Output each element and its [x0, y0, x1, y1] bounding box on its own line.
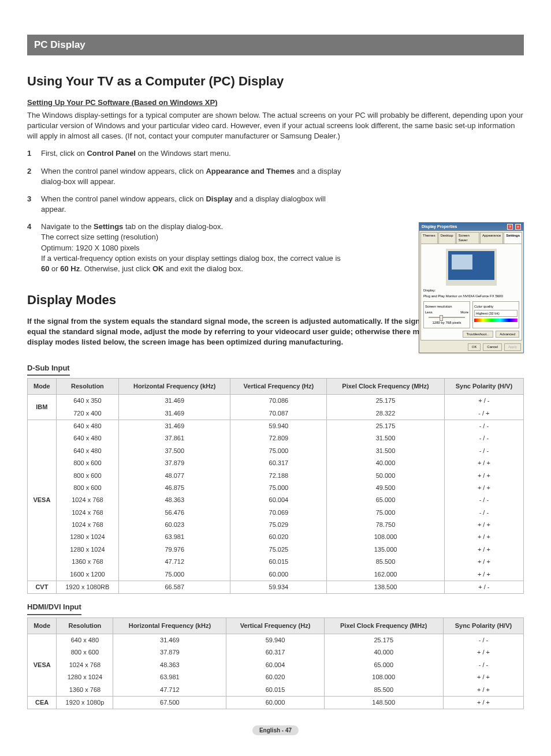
- resolution-label: Screen resolution: [425, 304, 468, 309]
- col-header: Horizontal Frequency (kHz): [119, 378, 230, 394]
- cell: 800 x 600: [56, 470, 118, 482]
- slider-less-label: Less: [425, 310, 433, 315]
- mode-cell: CVT: [28, 581, 57, 594]
- step-text: First, click on Control Panel on the Win…: [41, 148, 351, 159]
- cell: + / +: [444, 531, 523, 543]
- cell: 47.712: [119, 556, 230, 568]
- apply-button[interactable]: Apply: [504, 343, 521, 350]
- cell: 640 x 480: [56, 420, 118, 432]
- tab-settings[interactable]: Settings: [504, 232, 522, 244]
- cell: - / +: [444, 407, 523, 420]
- col-header: Mode: [28, 617, 57, 634]
- cell: 640 x 480: [56, 445, 118, 457]
- cell: 60.317: [226, 646, 324, 658]
- cell: 63.981: [119, 531, 230, 543]
- cell: 70.069: [230, 507, 327, 519]
- col-header: Mode: [28, 378, 57, 394]
- mode-cell: VESA: [28, 420, 57, 581]
- advanced-button[interactable]: Advanced: [496, 331, 519, 338]
- cell: 31.500: [327, 432, 445, 444]
- dsub-table: ModeResolutionHorizontal Frequency (kHz)…: [27, 378, 524, 594]
- ok-button[interactable]: OK: [468, 343, 481, 350]
- step: 2When the control panel window appears, …: [27, 166, 351, 187]
- cell: 56.476: [119, 507, 230, 519]
- cell: 75.000: [119, 568, 230, 581]
- cell: 37.879: [113, 646, 226, 658]
- cell: 67.500: [113, 696, 226, 709]
- table-row: 1280 x 102479.97675.025135.000+ / +: [28, 544, 524, 556]
- col-header: Sync Polarity (H/V): [443, 617, 523, 634]
- cell: 1024 x 768: [56, 507, 118, 519]
- cell: + / -: [444, 581, 523, 594]
- cell: 40.000: [324, 646, 443, 658]
- table-row: 1024 x 76848.36360.00465.000- / -: [28, 494, 524, 506]
- cell: 75.025: [230, 544, 327, 556]
- table-row: 800 x 60037.87960.31740.000+ / +: [28, 646, 524, 658]
- cell: 60.000: [226, 696, 324, 709]
- table-row: 720 x 40031.46970.08728.322- / +: [28, 407, 524, 420]
- table-row: 1360 x 76847.71260.01585.500+ / +: [28, 684, 524, 697]
- dialog-title: Display Properties: [422, 224, 457, 230]
- cell: 60.020: [230, 531, 327, 543]
- table-row: 1280 x 102463.98160.020108.000+ / +: [28, 531, 524, 543]
- cell: 1920 x 1080p: [57, 696, 113, 709]
- mode-cell: CEA: [28, 696, 57, 709]
- troubleshoot-button[interactable]: Troubleshoot...: [463, 331, 494, 338]
- cell: 75.000: [230, 482, 327, 494]
- color-quality-select[interactable]: Highest (32 bit): [474, 310, 518, 317]
- close-icon[interactable]: ×: [515, 224, 521, 230]
- cell: - / -: [444, 432, 523, 444]
- tab-screen-saver[interactable]: Screen Saver: [456, 232, 479, 244]
- cell: 800 x 600: [56, 482, 118, 494]
- cell: + / +: [444, 556, 523, 568]
- cell: + / +: [444, 544, 523, 556]
- step: 1First, click on Control Panel on the Wi…: [27, 148, 351, 159]
- cell: 1360 x 768: [56, 556, 118, 568]
- cell: 40.000: [327, 457, 445, 469]
- cancel-button[interactable]: Cancel: [483, 343, 502, 350]
- cell: 59.934: [230, 581, 327, 594]
- cell: 640 x 480: [57, 634, 113, 646]
- cell: 37.500: [119, 445, 230, 457]
- col-header: Resolution: [56, 378, 118, 394]
- cell: + / -: [444, 395, 523, 407]
- window-controls[interactable]: ? ×: [506, 224, 521, 230]
- heading-using-tv: Using Your TV as a Computer (PC) Display: [27, 73, 524, 91]
- cell: 65.000: [327, 494, 445, 506]
- tab-themes[interactable]: Themes: [420, 232, 438, 244]
- section-bar: PC Display: [27, 35, 524, 55]
- tab-appearance[interactable]: Appearance: [480, 232, 503, 244]
- cell: 46.875: [119, 482, 230, 494]
- table-row: 800 x 60048.07772.18850.000+ / +: [28, 470, 524, 482]
- cell: 60.015: [230, 556, 327, 568]
- table-row: 1024 x 76856.47670.06975.000- / -: [28, 507, 524, 519]
- cell: 108.000: [324, 671, 443, 683]
- col-header: Horizontal Frequency (kHz): [113, 617, 226, 634]
- tab-desktop[interactable]: Desktop: [438, 232, 456, 244]
- cell: + / +: [444, 470, 523, 482]
- color-bar-icon: [474, 319, 518, 322]
- step-number: 3: [27, 194, 41, 215]
- cell: 31.469: [119, 407, 230, 420]
- cell: 1024 x 768: [56, 494, 118, 506]
- help-icon[interactable]: ?: [507, 224, 513, 230]
- cell: 28.322: [327, 407, 445, 420]
- resolution-slider[interactable]: [429, 317, 465, 318]
- cell: + / +: [443, 696, 523, 709]
- cell: 75.000: [230, 445, 327, 457]
- mode-cell: IBM: [28, 395, 57, 420]
- cell: - / -: [444, 507, 523, 519]
- monitor-preview-icon: [446, 249, 497, 286]
- hdmi-table: ModeResolutionHorizontal Frequency (kHz)…: [27, 617, 524, 710]
- table-row: VESA640 x 48031.46959.94025.175- / -: [28, 420, 524, 432]
- cell: 65.000: [324, 659, 443, 671]
- cell: 75.029: [230, 519, 327, 531]
- table-row: 800 x 60037.87960.31740.000+ / +: [28, 457, 524, 469]
- step-text: When the control panel window appears, c…: [41, 194, 351, 215]
- table-row: VESA640 x 48031.46959.94025.175- / -: [28, 634, 524, 646]
- cell: 1024 x 768: [56, 519, 118, 531]
- cell: 1920 x 1080RB: [56, 581, 118, 594]
- cell: + / +: [444, 482, 523, 494]
- cell: 66.587: [119, 581, 230, 594]
- cell: 48.363: [113, 659, 226, 671]
